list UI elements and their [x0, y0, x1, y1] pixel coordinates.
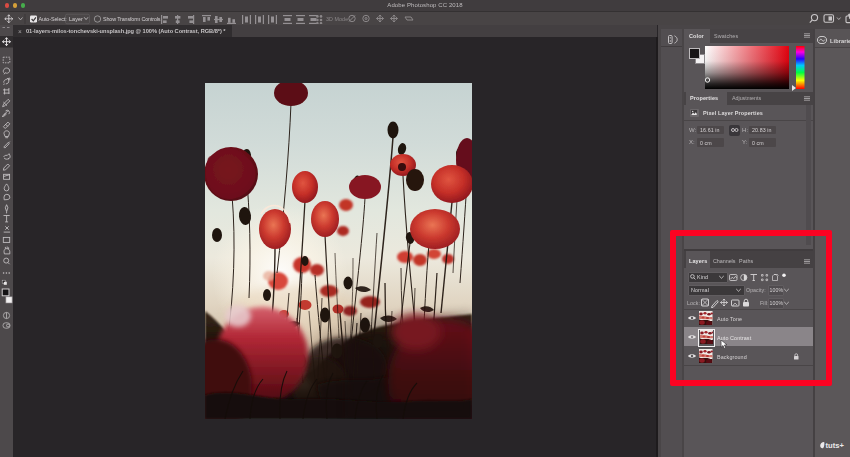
svg-text:tuts+: tuts+ — [826, 441, 845, 450]
